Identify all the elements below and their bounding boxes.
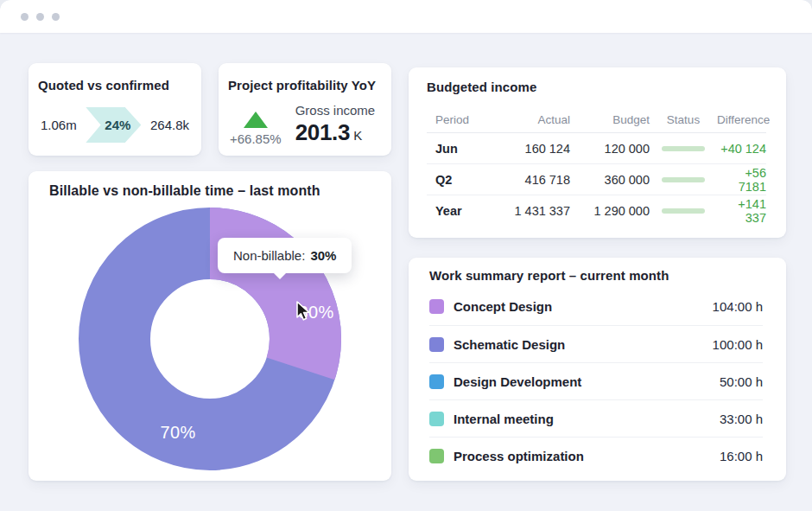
trend-percentage: +66.85% bbox=[230, 131, 282, 146]
card-title: Work summary report – current month bbox=[429, 268, 763, 283]
project-profitability-card: Project profitability YoY +66.85% Gross … bbox=[219, 63, 391, 156]
card-title: Project profitability YoY bbox=[228, 78, 382, 93]
table-header-row: Period Actual Budget Status Difference bbox=[427, 106, 766, 132]
billable-donut-card: Billable vs non-billable time – last mon… bbox=[29, 171, 391, 481]
actual-cell: 416 718 bbox=[477, 173, 570, 187]
donut-svg bbox=[63, 192, 357, 486]
activity-label: Concept Design bbox=[454, 299, 552, 314]
activity-hours: 104:00 h bbox=[713, 299, 763, 314]
activity-label: Schematic Design bbox=[454, 337, 565, 352]
actual-cell: 1 431 337 bbox=[477, 204, 570, 218]
window-dot-icon[interactable] bbox=[21, 13, 29, 21]
budget-cell: 120 000 bbox=[570, 142, 650, 156]
activity-label: Process optimization bbox=[454, 449, 584, 463]
period-cell: Jun bbox=[427, 142, 477, 156]
budgeted-income-card: Budgeted income Period Actual Budget Sta… bbox=[409, 67, 786, 238]
dashboard-window: Quoted vs confirmed 1.06m 24% 264.8k Pro… bbox=[0, 0, 812, 511]
list-item: Process optimization 16:00 h bbox=[429, 437, 763, 474]
gross-income-unit: K bbox=[353, 128, 362, 143]
legend-swatch-icon bbox=[429, 374, 444, 389]
column-header-period: Period bbox=[427, 113, 477, 126]
activity-hours: 33:00 h bbox=[720, 412, 763, 426]
actual-cell: 160 124 bbox=[477, 142, 570, 156]
quoted-amount: 1.06m bbox=[41, 118, 77, 132]
window-dot-icon[interactable] bbox=[36, 13, 44, 21]
donut-chart: 30% 70% bbox=[63, 192, 357, 486]
metric-label: Gross income bbox=[295, 103, 376, 118]
list-item: Schematic Design 100:00 h bbox=[429, 325, 763, 362]
status-progress-bar bbox=[662, 208, 705, 214]
work-summary-list: Concept Design 104:00 h Schematic Design… bbox=[429, 288, 763, 474]
difference-cell: +40 124 bbox=[717, 142, 766, 156]
status-progress-bar bbox=[662, 146, 705, 151]
status-progress-bar bbox=[662, 177, 705, 182]
period-cell: Q2 bbox=[427, 173, 477, 187]
activity-hours: 100:00 h bbox=[713, 337, 763, 352]
legend-swatch-icon bbox=[429, 299, 444, 314]
difference-cell: +56 7181 bbox=[717, 166, 766, 194]
activity-label: Internal meeting bbox=[454, 412, 554, 426]
activity-hours: 16:00 h bbox=[720, 449, 763, 463]
table-row: Q2 416 718 360 000 +56 7181 bbox=[427, 163, 766, 195]
list-item: Design Development 50:00 h bbox=[429, 362, 763, 399]
tooltip-label: Non-billable: bbox=[233, 248, 305, 263]
window-titlebar bbox=[0, 0, 812, 33]
list-item: Internal meeting 33:00 h bbox=[429, 399, 763, 437]
card-title: Quoted vs confirmed bbox=[38, 78, 192, 93]
triangle-up-icon bbox=[244, 112, 268, 128]
work-summary-card: Work summary report – current month Conc… bbox=[409, 258, 786, 481]
budgeted-income-table: Period Actual Budget Status Difference J… bbox=[427, 106, 766, 226]
column-header-status: Status bbox=[650, 113, 717, 126]
quoted-vs-confirmed-card: Quoted vs confirmed 1.06m 24% 264.8k bbox=[29, 63, 201, 156]
table-row: Jun 160 124 120 000 +40 124 bbox=[427, 132, 766, 163]
quoted-funnel: 1.06m 24% 264.8k bbox=[38, 107, 192, 143]
difference-cell: +141 337 bbox=[717, 197, 766, 225]
activity-hours: 50:00 h bbox=[720, 374, 763, 389]
card-title: Budgeted income bbox=[427, 80, 766, 94]
list-item: Concept Design 104:00 h bbox=[429, 288, 763, 325]
column-header-difference: Difference bbox=[717, 113, 770, 126]
gross-income-value: 201.3 bbox=[295, 119, 351, 146]
legend-swatch-icon bbox=[429, 412, 444, 426]
column-header-budget: Budget bbox=[570, 113, 650, 126]
confirmed-amount: 264.8k bbox=[150, 118, 189, 132]
window-dot-icon[interactable] bbox=[52, 13, 60, 21]
column-header-actual: Actual bbox=[477, 113, 570, 126]
tooltip-value: 30% bbox=[310, 248, 336, 263]
activity-label: Design Development bbox=[454, 374, 581, 389]
conversion-arrow-badge: 24% bbox=[86, 107, 141, 143]
table-row: Year 1 431 337 1 290 000 +141 337 bbox=[427, 195, 766, 226]
budget-cell: 360 000 bbox=[570, 173, 650, 187]
legend-swatch-icon bbox=[429, 449, 444, 463]
chart-tooltip: Non-billable: 30% bbox=[218, 238, 352, 273]
legend-swatch-icon bbox=[429, 337, 444, 352]
budget-cell: 1 290 000 bbox=[570, 204, 650, 218]
mouse-cursor-icon bbox=[295, 301, 313, 322]
period-cell: Year bbox=[427, 204, 477, 218]
